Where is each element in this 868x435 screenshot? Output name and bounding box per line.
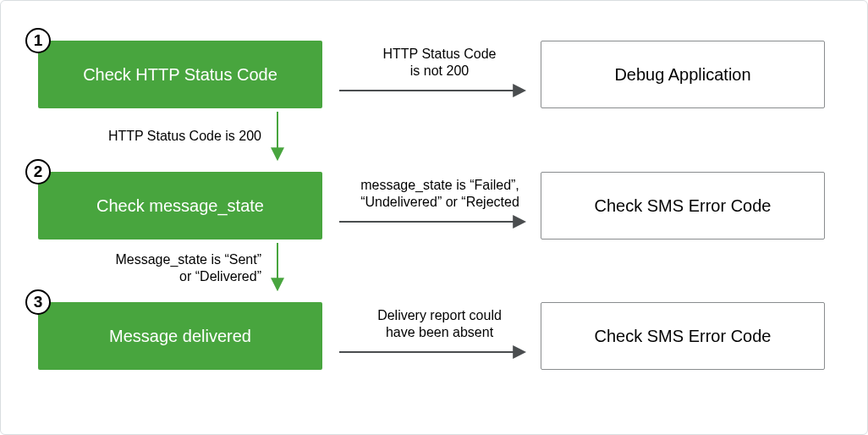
right-box-2-text: Check SMS Error Code: [595, 196, 772, 216]
step-box-2-title: Check message_state: [96, 196, 264, 216]
step-badge-3: 3: [25, 289, 51, 315]
step-badge-2-num: 2: [34, 162, 43, 181]
right-label-3: Delivery report could have been absent: [361, 307, 518, 341]
right-box-3-text: Check SMS Error Code: [595, 327, 772, 346]
right-label-1: HTTP Status Code is not 200: [361, 46, 518, 80]
right-box-2: Check SMS Error Code: [541, 172, 825, 240]
step-badge-2: 2: [25, 159, 51, 184]
step-box-3: Message delivered: [38, 302, 322, 370]
step-box-1: Check HTTP Status Code: [38, 41, 322, 108]
down-label-2: Message_state is “Sent” or “Delivered”: [84, 251, 261, 285]
right-box-3: Check SMS Error Code: [541, 302, 825, 370]
down-label-1: HTTP Status Code is 200: [84, 128, 261, 145]
step-box-1-title: Check HTTP Status Code: [83, 65, 277, 85]
right-label-2: message_state is “Failed”, “Undelivered”…: [351, 177, 529, 211]
step-badge-1: 1: [25, 28, 51, 53]
diagram-canvas: 1 Check HTTP Status Code HTTP Status Cod…: [0, 0, 868, 435]
step-badge-3-num: 3: [34, 293, 43, 311]
step-badge-1-num: 1: [34, 31, 43, 50]
step-box-2: Check message_state: [38, 172, 322, 240]
step-box-3-title: Message delivered: [109, 327, 251, 346]
right-box-1: Debug Application: [541, 41, 825, 108]
right-box-1-text: Debug Application: [614, 65, 750, 85]
